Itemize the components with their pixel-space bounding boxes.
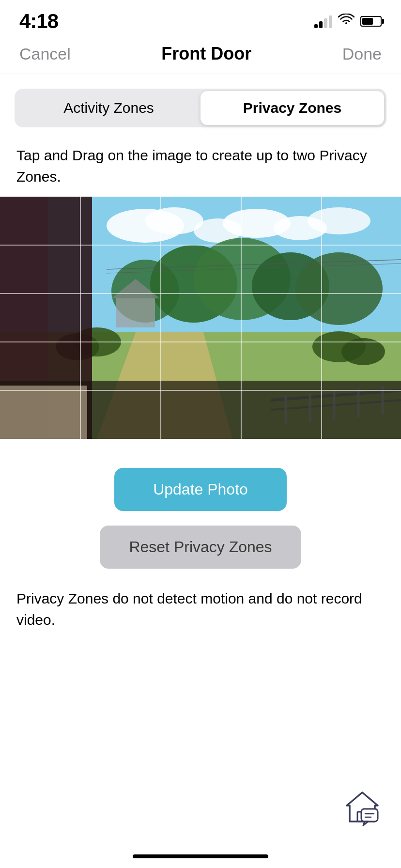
svg-rect-30 — [116, 298, 155, 327]
tab-privacy-zones[interactable]: Privacy Zones — [200, 91, 384, 125]
status-icons — [314, 14, 382, 30]
buttons-container: Update Photo Reset Privacy Zones — [0, 439, 401, 583]
signal-icon — [314, 15, 332, 28]
segmented-control-container: Activity Zones Privacy Zones — [0, 74, 401, 137]
svg-point-10 — [295, 252, 383, 325]
page-title: Front Door — [161, 44, 251, 64]
wifi-icon — [338, 14, 355, 30]
done-button[interactable]: Done — [342, 45, 382, 63]
home-chat-icon — [343, 789, 382, 827]
home-indicator — [133, 854, 268, 858]
nav-bar: Cancel Front Door Done — [0, 39, 401, 74]
status-bar: 4:18 — [0, 0, 401, 39]
update-photo-button[interactable]: Update Photo — [114, 468, 287, 511]
description-text: Tap and Drag on the image to create up t… — [0, 137, 401, 197]
svg-rect-32 — [0, 386, 87, 439]
svg-point-6 — [308, 207, 370, 234]
tab-activity-zones[interactable]: Activity Zones — [17, 91, 200, 125]
segmented-control: Activity Zones Privacy Zones — [15, 89, 386, 127]
battery-icon — [360, 16, 382, 27]
svg-marker-44 — [363, 822, 368, 825]
svg-point-19 — [341, 338, 385, 365]
cancel-button[interactable]: Cancel — [19, 45, 71, 63]
footer-note: Privacy Zones do not detect motion and d… — [0, 583, 401, 650]
home-chat-icon-container — [343, 789, 382, 829]
reset-privacy-zones-button[interactable]: Reset Privacy Zones — [100, 526, 301, 569]
camera-view[interactable] — [0, 197, 401, 439]
status-time: 4:18 — [19, 10, 58, 33]
svg-rect-43 — [361, 809, 378, 822]
camera-image[interactable] — [0, 197, 401, 439]
